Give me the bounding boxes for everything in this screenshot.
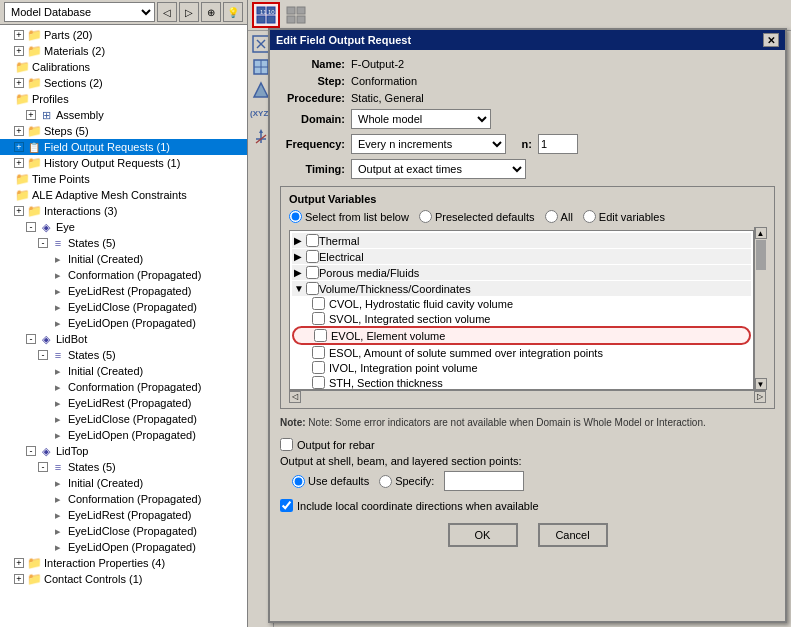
tree-item-lidbot-eyelidclose[interactable]: ▸ EyeLidClose (Propagated) — [0, 411, 247, 427]
domain-select[interactable]: Whole model — [351, 109, 491, 129]
check-thermal[interactable] — [306, 234, 319, 247]
item-sth[interactable]: STH, Section thickness — [292, 375, 751, 390]
radio-preselected-input[interactable] — [419, 210, 432, 223]
check-volume[interactable] — [306, 282, 319, 295]
check-electrical[interactable] — [306, 250, 319, 263]
icon-btn-grid1[interactable]: 11 10 — [252, 2, 280, 28]
hscroll-left-arrow[interactable]: ◁ — [289, 391, 301, 403]
tree-item-lidbot-eyelidopen[interactable]: ▸ EyeLidOpen (Propagated) — [0, 427, 247, 443]
radio-all[interactable]: All — [545, 210, 573, 223]
check-evol[interactable] — [314, 329, 327, 342]
toggle-assembly[interactable]: + — [26, 110, 36, 120]
toggle-sections[interactable]: + — [14, 78, 24, 88]
radio-preselected[interactable]: Preselected defaults — [419, 210, 535, 223]
tree-item-calibrations[interactable]: 📁 Calibrations — [0, 59, 247, 75]
nav-forward-btn[interactable]: ▷ — [179, 2, 199, 22]
tree-item-assembly[interactable]: + ⊞ Assembly — [0, 107, 247, 123]
tree-item-lidbot[interactable]: - ◈ LidBot — [0, 331, 247, 347]
tree-item-eye-eyelidrest[interactable]: ▸ EyeLidRest (Propagated) — [0, 283, 247, 299]
tree-item-materials[interactable]: + 📁 Materials (2) — [0, 43, 247, 59]
specify-radio[interactable]: Specify: — [379, 475, 434, 488]
tree-item-steps[interactable]: + 📁 Steps (5) — [0, 123, 247, 139]
cancel-button[interactable]: Cancel — [538, 523, 608, 547]
radio-all-input[interactable] — [545, 210, 558, 223]
toggle-field-output[interactable]: + — [14, 142, 24, 152]
tree-item-lidbot-eyelidrest[interactable]: ▸ EyeLidRest (Propagated) — [0, 395, 247, 411]
toggle-contact-controls[interactable]: + — [14, 574, 24, 584]
toggle-parts[interactable]: + — [14, 30, 24, 40]
item-ivol[interactable]: IVOL, Integration point volume — [292, 360, 751, 375]
toggle-lidtop-states[interactable]: - — [38, 462, 48, 472]
output-list-hscrollbar[interactable]: ◁ ▷ — [289, 390, 766, 402]
use-defaults-radio[interactable]: Use defaults — [292, 475, 369, 488]
tree-item-interactions[interactable]: + 📁 Interactions (3) — [0, 203, 247, 219]
toggle-steps[interactable]: + — [14, 126, 24, 136]
tree-item-lidtop-eyelidopen[interactable]: ▸ EyeLidOpen (Propagated) — [0, 539, 247, 555]
scroll-down-arrow[interactable]: ▼ — [755, 378, 767, 390]
radio-select-input[interactable] — [289, 210, 302, 223]
ok-button[interactable]: OK — [448, 523, 518, 547]
item-cvol[interactable]: CVOL, Hydrostatic fluid cavity volume — [292, 296, 751, 311]
timing-select[interactable]: Output at exact times — [351, 159, 526, 179]
scroll-thumb[interactable] — [756, 240, 766, 270]
item-svol[interactable]: SVOL, Integrated section volume — [292, 311, 751, 326]
radio-edit-input[interactable] — [583, 210, 596, 223]
toggle-lidbot[interactable]: - — [26, 334, 36, 344]
group-header-porous[interactable]: ▶ Porous media/Fluids — [292, 265, 751, 280]
specify-input[interactable] — [444, 471, 524, 491]
group-header-electrical[interactable]: ▶ Electrical — [292, 249, 751, 264]
toggle-eye-states[interactable]: - — [38, 238, 48, 248]
tree-item-lidtop-conf[interactable]: ▸ Conformation (Propagated) — [0, 491, 247, 507]
output-rebar-checkbox[interactable] — [280, 438, 293, 451]
check-porous[interactable] — [306, 266, 319, 279]
tree-item-parts[interactable]: + 📁 Parts (20) — [0, 27, 247, 43]
toggle-materials[interactable]: + — [14, 46, 24, 56]
tree-item-lidtop[interactable]: - ◈ LidTop — [0, 443, 247, 459]
group-header-thermal[interactable]: ▶ Thermal — [292, 233, 751, 248]
tree-item-lidtop-states[interactable]: - ≡ States (5) — [0, 459, 247, 475]
tree-item-lidtop-eyelidclose[interactable]: ▸ EyeLidClose (Propagated) — [0, 523, 247, 539]
tree-item-time-points[interactable]: 📁 Time Points — [0, 171, 247, 187]
toggle-lidbot-states[interactable]: - — [38, 350, 48, 360]
toggle-lidtop[interactable]: - — [26, 446, 36, 456]
tree-item-lidbot-initial[interactable]: ▸ Initial (Created) — [0, 363, 247, 379]
tree-item-eye[interactable]: - ◈ Eye — [0, 219, 247, 235]
model-db-dropdown[interactable]: Model Database — [4, 2, 155, 22]
item-evol[interactable]: EVOL, Element volume — [292, 326, 751, 345]
scroll-up-arrow[interactable]: ▲ — [755, 227, 767, 239]
group-header-volume[interactable]: ▼ Volume/Thickness/Coordinates — [292, 281, 751, 296]
toggle-interaction-props[interactable]: + — [14, 558, 24, 568]
tree-item-eye-eyelidopen[interactable]: ▸ EyeLidOpen (Propagated) — [0, 315, 247, 331]
tree-item-eye-eyelidclose[interactable]: ▸ EyeLidClose (Propagated) — [0, 299, 247, 315]
tree-item-eye-conf[interactable]: ▸ Conformation (Propagated) — [0, 267, 247, 283]
tree-item-lidtop-eyelidrest[interactable]: ▸ EyeLidRest (Propagated) — [0, 507, 247, 523]
frequency-select[interactable]: Every n increments — [351, 134, 506, 154]
check-cvol[interactable] — [312, 297, 325, 310]
tree-item-lidtop-initial[interactable]: ▸ Initial (Created) — [0, 475, 247, 491]
tree-item-ale[interactable]: 📁 ALE Adaptive Mesh Constraints — [0, 187, 247, 203]
radio-select-from-list[interactable]: Select from list below — [289, 210, 409, 223]
tree-item-lidbot-states[interactable]: - ≡ States (5) — [0, 347, 247, 363]
tree-item-lidbot-conf[interactable]: ▸ Conformation (Propagated) — [0, 379, 247, 395]
radio-edit[interactable]: Edit variables — [583, 210, 665, 223]
icon-btn-grid2[interactable] — [282, 2, 310, 28]
tree-item-interaction-props[interactable]: + 📁 Interaction Properties (4) — [0, 555, 247, 571]
check-ivol[interactable] — [312, 361, 325, 374]
use-defaults-radio-input[interactable] — [292, 475, 305, 488]
toggle-interactions[interactable]: + — [14, 206, 24, 216]
tree-item-field-output[interactable]: + 📋 Field Output Requests (1) — [0, 139, 247, 155]
tree-item-history-output[interactable]: + 📁 History Output Requests (1) — [0, 155, 247, 171]
toggle-eye[interactable]: - — [26, 222, 36, 232]
tree-item-profiles[interactable]: 📁 Profiles — [0, 91, 247, 107]
check-svol[interactable] — [312, 312, 325, 325]
check-sth[interactable] — [312, 376, 325, 389]
info-btn[interactable]: 💡 — [223, 2, 243, 22]
tree-item-contact-controls[interactable]: + 📁 Contact Controls (1) — [0, 571, 247, 587]
output-variable-list[interactable]: ▶ Thermal ▶ — [289, 230, 754, 390]
include-local-checkbox[interactable] — [280, 499, 293, 512]
nav-back-btn[interactable]: ◁ — [157, 2, 177, 22]
n-input[interactable]: 1 — [538, 134, 578, 154]
check-esol[interactable] — [312, 346, 325, 359]
toggle-history-output[interactable]: + — [14, 158, 24, 168]
tree-item-sections[interactable]: + 📁 Sections (2) — [0, 75, 247, 91]
